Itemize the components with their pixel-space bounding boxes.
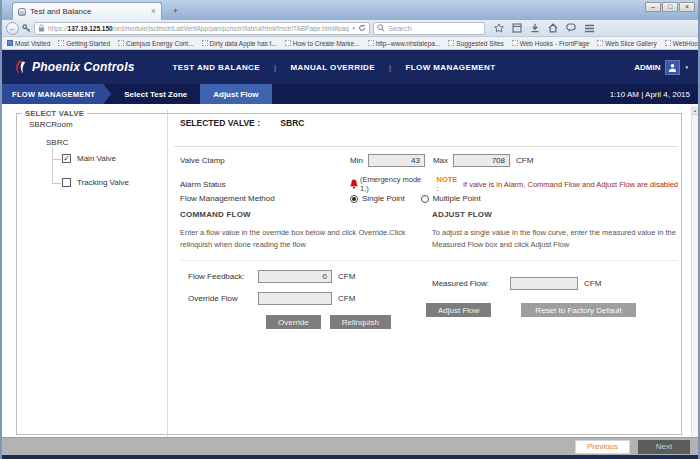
bookmark-label: WebHooks (673, 40, 698, 47)
override-flow-row: Override Flow CFM (180, 292, 428, 305)
url-scheme: https:// (48, 25, 68, 32)
flow-feedback-input[interactable] (258, 270, 332, 283)
tab-close-icon[interactable]: × (151, 7, 156, 16)
back-button[interactable]: ← (6, 22, 19, 35)
override-flow-input[interactable] (258, 292, 332, 305)
bookmark-label: Most Visited (15, 40, 50, 47)
selected-valve-heading: SELECTED VALVE : SBRC (180, 118, 304, 128)
cfm-unit-label: CFM (338, 294, 355, 303)
tree-item-tracking-valve[interactable]: Tracking Valve (62, 178, 129, 187)
bookmark-item[interactable]: Web Slice Gallery (597, 40, 657, 47)
measured-flow-label: Measured Flow: (432, 279, 510, 288)
valve-tree: SBRCRoom SBRC ✓ Main Valve Tracking Valv… (2, 104, 167, 437)
bookmarks-bar: Most Visited Getting Started Campus Ener… (2, 37, 698, 50)
home-icon[interactable] (548, 23, 558, 33)
cfm-unit-label: CFM (584, 279, 601, 288)
command-flow-title: COMMAND FLOW (180, 210, 428, 219)
bookmark-item[interactable]: Dirty data Apple has t... (202, 40, 277, 47)
bookmark-star-icon[interactable] (494, 23, 504, 33)
most-visited-icon (7, 40, 13, 46)
bookmark-page-icon (58, 40, 64, 46)
bookmark-item[interactable]: How to Create Marke... (285, 40, 360, 47)
divider (174, 146, 678, 147)
search-box (373, 22, 485, 35)
new-tab-button[interactable]: + (168, 6, 183, 18)
next-button[interactable]: Next (638, 440, 690, 454)
url-host: 137.19.125.150 (68, 25, 113, 32)
avatar (665, 60, 680, 75)
logo-text: Phoenix Controls (32, 60, 135, 74)
tree-node-room[interactable]: SBRCRoom (29, 120, 73, 129)
nav-flow-management[interactable]: FLOW MANAGEMENT (405, 63, 495, 72)
alarm-bell-icon (350, 179, 358, 189)
breadcrumb-section[interactable]: FLOW MANAGEMENT (2, 84, 111, 104)
radio-multiple-point[interactable]: Multiple Point (421, 194, 481, 203)
main-valve-checkbox[interactable]: ✓ (62, 154, 71, 163)
selected-valve-label: SELECTED VALVE : (180, 118, 260, 128)
bookmark-page-icon (665, 40, 671, 46)
max-clamp-input[interactable] (453, 154, 510, 167)
bookmark-label: http--www.nhstatepa... (376, 40, 441, 47)
tree-node-group[interactable]: SBRC (46, 138, 68, 147)
bookmark-item[interactable]: Campus Energy Cont... (118, 40, 194, 47)
max-label: Max (433, 156, 448, 165)
bookmark-most-visited[interactable]: Most Visited (7, 40, 50, 47)
adjust-flow-button[interactable]: Adjust Flow (426, 303, 491, 317)
bookmarks-library-icon[interactable] (512, 23, 522, 33)
tree-connector (52, 148, 53, 183)
url-dropdown-icon[interactable]: ▾ (352, 25, 355, 31)
search-input[interactable] (388, 24, 468, 33)
radio-selected-icon[interactable] (350, 195, 358, 203)
bookmark-item[interactable]: WebHooks (665, 40, 698, 47)
note-text: If valve is in Alarm, Command Flow and A… (463, 180, 678, 189)
phoenix-controls-logo: Phoenix Controls (14, 59, 135, 76)
flow-method-label: Flow Management Method (180, 194, 350, 203)
main-panel: SELECTED VALVE : SBRC Valve Clamp Min Ma… (174, 104, 678, 437)
reset-factory-default-button[interactable]: Reset to Factory Default (521, 303, 635, 317)
bookmark-item[interactable]: Web Hooks - FrontPage (512, 40, 590, 47)
scroll-up-icon[interactable]: ▲ (692, 106, 698, 115)
nav-manual-override[interactable]: MANUAL OVERRIDE (290, 63, 375, 72)
menu-icon[interactable] (584, 24, 595, 33)
command-flow-section: COMMAND FLOW Enter a flow value in the o… (180, 210, 428, 329)
nav-test-and-balance[interactable]: TEST AND BALANCE (173, 63, 260, 72)
previous-button[interactable]: Previous (575, 440, 630, 454)
window-controls: – □ × (645, 2, 695, 12)
downloads-icon[interactable] (530, 23, 540, 33)
minimize-button[interactable]: – (645, 2, 661, 12)
override-button[interactable]: Override (266, 315, 321, 329)
close-button[interactable]: × (679, 2, 695, 12)
min-label: Min (350, 156, 363, 165)
single-point-label: Single Point (362, 194, 405, 203)
maximize-button[interactable]: □ (662, 2, 678, 12)
lock-icon[interactable] (38, 24, 45, 32)
key-icon (22, 24, 31, 33)
chevron-down-icon: ▾ (685, 64, 688, 70)
tracking-valve-checkbox[interactable] (62, 178, 71, 187)
tab-select-test-zone[interactable]: Select Test Zone (111, 84, 200, 104)
window-bottom-border (2, 455, 698, 459)
hello-chat-icon[interactable] (566, 23, 576, 33)
bookmark-item[interactable]: http--www.nhstatepa... (368, 40, 441, 47)
browser-tab[interactable]: Test and Balance × (12, 2, 162, 20)
relinquish-button[interactable]: Relinquish (330, 315, 391, 329)
url-bar[interactable]: https://137.19.125.150/ord/module/jscfmc… (34, 22, 370, 35)
tree-item-main-valve[interactable]: ✓ Main Valve (62, 154, 116, 163)
measured-flow-row: Measured Flow: CFM (426, 277, 678, 290)
user-menu[interactable]: ADMIN ▾ (634, 60, 688, 75)
radio-single-point[interactable]: Single Point (350, 194, 405, 203)
measured-flow-input[interactable] (510, 277, 578, 290)
reload-icon[interactable] (358, 24, 366, 32)
command-flow-description: Enter a flow value in the override box b… (180, 227, 428, 250)
adjust-flow-description: To adjust a single value in the flow cur… (426, 227, 678, 250)
page-scrollbar[interactable]: ▲ (691, 106, 698, 437)
bookmark-label: Dirty data Apple has t... (210, 40, 277, 47)
tab-adjust-flow[interactable]: Adjust Flow (200, 84, 271, 104)
min-clamp-input[interactable] (368, 154, 425, 167)
toolbar-icons (494, 23, 595, 33)
radio-unselected-icon[interactable] (421, 195, 429, 203)
alarm-status-label: Alarm Status (180, 180, 350, 189)
url-text: https://137.19.125.150/ord/module/jscfmc… (48, 25, 349, 32)
bookmark-item[interactable]: Suggested Sites (448, 40, 503, 47)
bookmark-item[interactable]: Getting Started (58, 40, 110, 47)
